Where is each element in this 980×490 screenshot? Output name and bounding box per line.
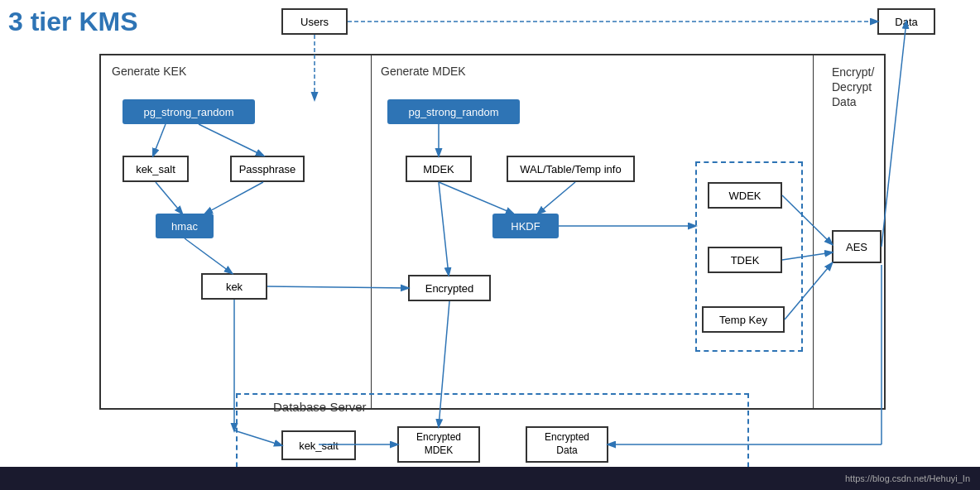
divider-1 <box>371 54 372 410</box>
kek-salt-box: kek_salt <box>122 156 189 182</box>
pg-strong-random-1: pg_strong_random <box>122 99 255 124</box>
kek-salt-db-box: kek_salt <box>281 430 356 460</box>
temp-key-box: Temp Key <box>702 306 785 333</box>
section-mdek-label: Generate MDEK <box>381 65 466 78</box>
section-encrypt-label: Encrypt/DecryptData <box>832 65 874 110</box>
wdek-box: WDEK <box>708 182 782 209</box>
wal-table-box: WAL/Table/Temp info <box>507 156 635 182</box>
page-title: 3 tier KMS <box>8 7 137 37</box>
section-kek-label: Generate KEK <box>112 65 186 78</box>
encrypted-box: Encrypted <box>408 275 491 301</box>
encrypted-mdek-box: EncryptedMDEK <box>397 426 480 463</box>
kek-box: kek <box>201 273 267 300</box>
aes-box: AES <box>832 230 882 263</box>
passphrase-box: Passphrase <box>230 156 305 182</box>
footer-url: https://blog.csdn.net/Hehuyi_In <box>845 473 970 483</box>
data-box: Data <box>877 8 935 35</box>
mdek-box: MDEK <box>406 156 472 182</box>
hkdf-box: HKDF <box>492 214 559 238</box>
pg-strong-random-2: pg_strong_random <box>387 99 520 124</box>
hmac-box: hmac <box>156 214 214 238</box>
tdek-box: TDEK <box>708 247 782 273</box>
users-box: Users <box>281 8 348 35</box>
encrypted-data-box: EncryptedData <box>526 426 608 463</box>
db-server-label: Database Server <box>273 400 367 414</box>
divider-2 <box>813 54 814 410</box>
footer: https://blog.csdn.net/Hehuyi_In <box>0 467 980 490</box>
